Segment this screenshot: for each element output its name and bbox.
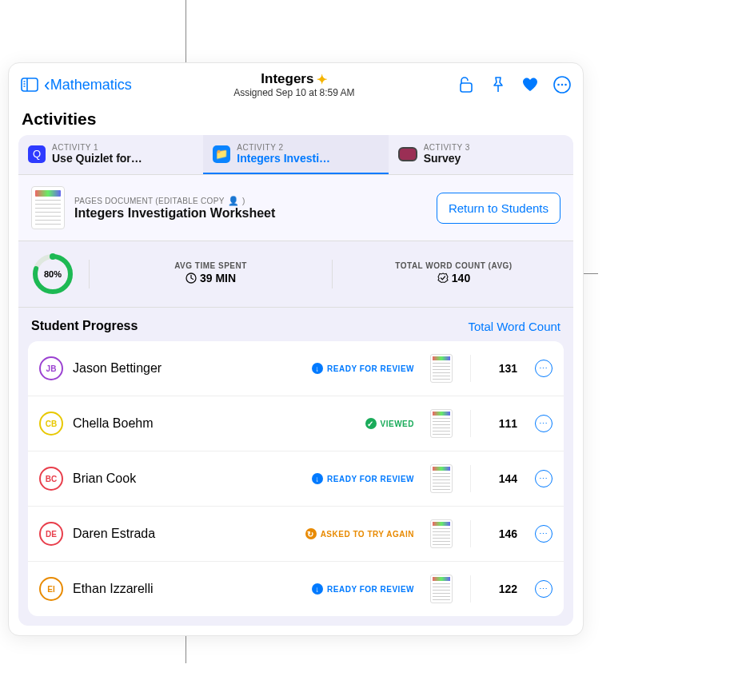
word-count-stat: TOTAL WORD COUNT (AVG) 140 <box>347 261 561 287</box>
progress-sort-link[interactable]: Total Word Count <box>468 320 561 333</box>
status-text: ASKED TO TRY AGAIN <box>321 530 414 539</box>
student-name: Jason Bettinger <box>73 361 302 376</box>
student-row[interactable]: JB Jason Bettinger ↓ READY FOR REVIEW 13… <box>28 341 564 396</box>
activity-label: Survey <box>424 152 470 165</box>
row-more-button[interactable]: ⋯ <box>535 360 553 377</box>
sidebar-toggle-icon[interactable] <box>20 75 39 94</box>
student-row[interactable]: BC Brian Cook ↓ READY FOR REVIEW 144 ⋯ <box>28 451 564 507</box>
activity-tab-1[interactable]: Q ACTIVITY 1 Use Quizlet for… <box>18 135 203 174</box>
activities-panel: Q ACTIVITY 1 Use Quizlet for… 📁 ACTIVITY… <box>18 135 573 626</box>
word-count-value: 140 <box>437 272 470 284</box>
return-to-students-button[interactable]: Return to Students <box>437 193 561 224</box>
progress-header: Student Progress Total Word Count <box>18 308 573 341</box>
status-icon: ↓ <box>312 583 323 595</box>
submission-thumbnail[interactable] <box>430 519 453 548</box>
student-avatar: EI <box>39 577 63 601</box>
lock-open-icon[interactable] <box>457 75 476 94</box>
word-count-caption: TOTAL WORD COUNT (AVG) <box>347 261 561 270</box>
word-count-cell: 122 <box>489 583 517 595</box>
badge-icon <box>437 272 449 284</box>
sparkle-icon: ✦ <box>317 72 327 87</box>
student-status: ✓ VIEWED <box>365 418 414 429</box>
status-icon: ↻ <box>305 528 317 539</box>
heart-icon[interactable] <box>521 75 540 94</box>
back-label: Mathematics <box>50 77 132 93</box>
title-text: Integers <box>261 71 313 87</box>
student-status: ↻ ASKED TO TRY AGAIN <box>305 528 414 539</box>
word-count-cell: 144 <box>489 472 517 485</box>
status-icon: ↓ <box>312 473 323 484</box>
svg-rect-0 <box>22 78 38 91</box>
word-count-text: 140 <box>452 272 470 284</box>
status-text: VIEWED <box>381 420 414 428</box>
status-icon: ↓ <box>312 363 323 374</box>
document-row: PAGES DOCUMENT (EDITABLE COPY 👤) Integer… <box>18 175 573 241</box>
activity-label: Use Quizlet for… <box>52 152 142 165</box>
submission-thumbnail[interactable] <box>430 409 453 438</box>
row-more-button[interactable]: ⋯ <box>535 415 553 432</box>
divider <box>470 575 471 603</box>
status-text: READY FOR REVIEW <box>327 364 414 373</box>
student-avatar: CB <box>39 412 63 436</box>
chevron-left-icon: ‹ <box>44 76 50 94</box>
avg-time-stat: AVG TIME SPENT 39 MIN <box>104 261 317 287</box>
clock-icon <box>186 272 197 284</box>
callout-top <box>186 0 186 62</box>
progress-title: Student Progress <box>31 319 138 333</box>
activity-tab-icon: Q <box>28 145 46 163</box>
activity-caption: ACTIVITY 1 <box>52 143 142 152</box>
student-avatar: BC <box>39 467 63 491</box>
section-title: Activities <box>9 101 583 135</box>
avg-time-text: 39 MIN <box>200 272 236 284</box>
page-title: Integers ✦ <box>261 71 327 87</box>
activity-tab-3[interactable]: ACTIVITY 3 Survey <box>389 135 573 174</box>
submission-thumbnail[interactable] <box>430 464 453 493</box>
svg-point-9 <box>561 84 564 86</box>
doc-caption-suffix: ) <box>242 197 245 205</box>
student-name: Brian Cook <box>73 471 302 486</box>
divider <box>470 465 471 492</box>
student-name: Daren Estrada <box>73 527 296 541</box>
student-avatar: DE <box>39 522 63 546</box>
student-name: Ethan Izzarelli <box>73 582 302 596</box>
svg-point-13 <box>50 253 56 260</box>
status-icon: ✓ <box>365 418 377 429</box>
activity-tab-icon: 📁 <box>213 145 230 163</box>
row-more-button[interactable]: ⋯ <box>535 470 553 487</box>
navbar-center: Integers ✦ Assigned Sep 10 at 8:59 AM <box>132 71 457 98</box>
word-count-cell: 131 <box>489 362 517 375</box>
stats-row: 80% AVG TIME SPENT 39 MIN TOTAL WORD COU… <box>18 241 573 308</box>
document-title: Integers Investigation Worksheet <box>74 206 275 221</box>
divider <box>470 355 471 382</box>
divider <box>470 520 471 547</box>
document-thumbnail[interactable] <box>31 186 65 229</box>
navbar-left: ‹ Mathematics <box>20 75 132 94</box>
student-name: Chella Boehm <box>73 416 356 431</box>
word-count-cell: 146 <box>489 527 517 540</box>
student-status: ↓ READY FOR REVIEW <box>312 363 414 374</box>
submission-thumbnail[interactable] <box>430 575 453 603</box>
row-more-button[interactable]: ⋯ <box>535 525 553 543</box>
student-row[interactable]: DE Daren Estrada ↻ ASKED TO TRY AGAIN 14… <box>28 507 564 562</box>
svg-rect-5 <box>461 83 472 92</box>
student-row[interactable]: CB Chella Boehm ✓ VIEWED 111 ⋯ <box>28 396 564 451</box>
activity-label: Integers Investi… <box>237 152 330 165</box>
more-menu-icon[interactable] <box>553 75 572 94</box>
row-more-button[interactable]: ⋯ <box>535 580 553 598</box>
word-count-cell: 111 <box>489 417 517 430</box>
divider <box>332 260 333 288</box>
pin-icon[interactable] <box>489 75 508 94</box>
student-avatar: JB <box>39 356 63 380</box>
completion-donut: 80% <box>31 253 74 296</box>
svg-point-10 <box>564 84 567 86</box>
activity-tabs: Q ACTIVITY 1 Use Quizlet for… 📁 ACTIVITY… <box>18 135 573 175</box>
activity-caption: ACTIVITY 2 <box>237 143 330 152</box>
student-status: ↓ READY FOR REVIEW <box>312 473 414 484</box>
student-row[interactable]: EI Ethan Izzarelli ↓ READY FOR REVIEW 12… <box>28 562 564 616</box>
navbar-right <box>457 75 572 94</box>
submission-thumbnail[interactable] <box>430 354 453 383</box>
page-subtitle: Assigned Sep 10 at 8:59 AM <box>132 87 457 98</box>
status-text: READY FOR REVIEW <box>327 585 414 594</box>
back-button[interactable]: ‹ Mathematics <box>44 76 132 94</box>
activity-tab-2[interactable]: 📁 ACTIVITY 2 Integers Investi… <box>203 135 388 174</box>
